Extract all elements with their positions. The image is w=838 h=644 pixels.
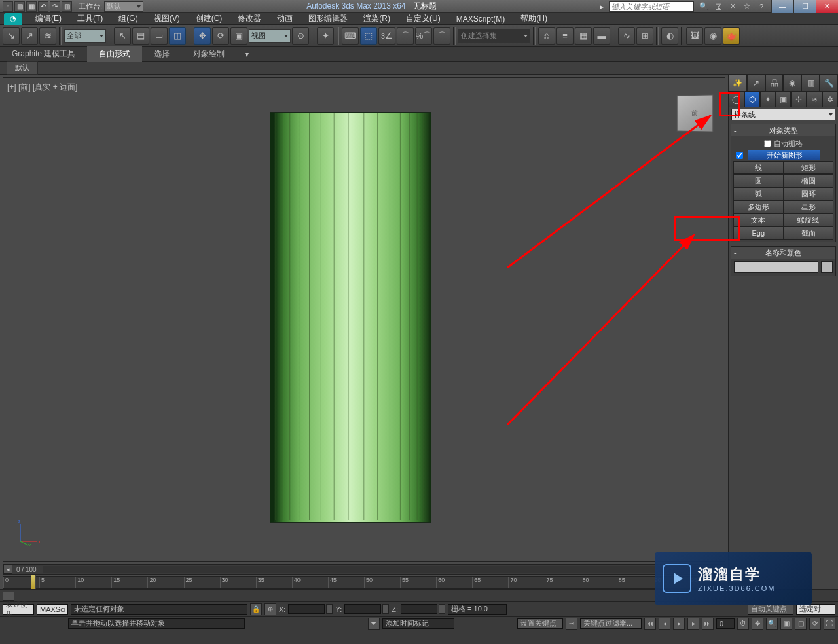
cat-shapes-icon[interactable]: ⬡: [744, 92, 760, 107]
cat-systems-icon[interactable]: ✲: [822, 92, 838, 107]
time-config-icon[interactable]: ⏱: [737, 618, 749, 630]
tab-hierarchy-icon[interactable]: 品: [765, 75, 784, 92]
scale-icon[interactable]: ▣: [230, 27, 247, 45]
ribbon-tab-graphite[interactable]: Graphite 建模工具: [0, 46, 87, 62]
shape-btn-rectangle[interactable]: 矩形: [784, 161, 834, 174]
absolute-relative-icon[interactable]: ⊕: [264, 603, 276, 615]
tab-create-icon[interactable]: ✨: [729, 75, 747, 92]
goto-start-icon[interactable]: ⏮: [644, 618, 656, 630]
play-icon[interactable]: ▸: [673, 618, 685, 630]
menu-group[interactable]: 组(G): [111, 12, 145, 26]
shape-btn-egg[interactable]: Egg: [733, 226, 784, 240]
scroll-left-icon[interactable]: ◂: [3, 565, 12, 574]
shape-btn-donut[interactable]: 圆环: [784, 187, 834, 200]
key-filters-button[interactable]: 关键点过滤器...: [580, 618, 642, 629]
viewport-label[interactable]: [+] [前] [真实 + 边面]: [7, 82, 77, 93]
shape-btn-section[interactable]: 截面: [784, 226, 834, 240]
angle-snap-icon[interactable]: 3∠: [378, 27, 395, 45]
maximize-button[interactable]: ☐: [793, 0, 816, 13]
auto-key-button[interactable]: 自动关键点: [748, 604, 793, 615]
minimize-button[interactable]: —: [771, 0, 793, 13]
redo-icon[interactable]: ↷: [50, 1, 60, 12]
keyboard-shortcut-icon[interactable]: ⌨: [342, 27, 359, 45]
y-spinner[interactable]: [344, 604, 381, 614]
exchange-icon[interactable]: ✕: [727, 1, 738, 12]
schematic-view-icon[interactable]: ⊞: [636, 27, 653, 45]
rotate-icon[interactable]: ⟳: [212, 27, 229, 45]
ribbon-toggle-icon[interactable]: ▬: [593, 27, 610, 45]
menu-edit[interactable]: 编辑(E): [27, 12, 69, 26]
viewport-front[interactable]: [+] [前] [真实 + 边面] 前 x z y: [3, 77, 725, 562]
undo-icon[interactable]: ↶: [38, 1, 48, 12]
ribbon-tab-freeform[interactable]: 自由形式: [87, 46, 142, 62]
menu-help[interactable]: 帮助(H): [513, 12, 555, 26]
help-arrow-icon[interactable]: ▸: [600, 2, 609, 11]
z-spinner-buttons[interactable]: [439, 604, 445, 614]
menu-tools[interactable]: 工具(T): [69, 12, 111, 26]
shape-btn-helix[interactable]: 螺旋线: [784, 213, 834, 226]
next-frame-icon[interactable]: ▸: [687, 618, 699, 630]
nav-zoom-region-icon[interactable]: ◰: [795, 618, 807, 630]
nav-pan-icon[interactable]: ✥: [752, 618, 763, 630]
nav-maximize-icon[interactable]: ⛶: [824, 618, 835, 630]
ribbon-tab-objectpaint[interactable]: 对象绘制: [181, 46, 236, 62]
shape-btn-star[interactable]: 星形: [784, 200, 834, 213]
cat-spacewarps-icon[interactable]: ≋: [807, 92, 822, 107]
tab-modify-icon[interactable]: ↗: [747, 75, 765, 92]
menu-customize[interactable]: 自定义(U): [398, 12, 448, 26]
menu-grapheditors[interactable]: 图形编辑器: [301, 12, 355, 26]
lock-selection-icon[interactable]: 🔒: [250, 603, 262, 615]
tab-motion-icon[interactable]: ◉: [783, 75, 801, 92]
scene-object-cylinder[interactable]: [270, 112, 431, 523]
maxscript-btn[interactable]: MAXSci: [37, 604, 68, 615]
menu-maxscript[interactable]: MAXScript(M): [448, 13, 513, 25]
pivot-center-icon[interactable]: ⊙: [292, 27, 309, 45]
link-icon[interactable]: ↘: [3, 27, 20, 45]
add-time-tag[interactable]: 添加时间标记: [382, 618, 454, 629]
time-tag-icon[interactable]: ⏷: [368, 618, 380, 630]
timeline-ruler[interactable]: 0510152025303540455055606570758085909510…: [3, 576, 725, 589]
z-spinner[interactable]: [401, 604, 437, 614]
object-name-input[interactable]: [734, 261, 818, 273]
ribbon-subtab-default[interactable]: 默认: [7, 61, 38, 75]
x-spinner[interactable]: [288, 604, 325, 614]
layer-manager-icon[interactable]: ▦: [575, 27, 592, 45]
select-region-rect-icon[interactable]: ▭: [151, 27, 168, 45]
curve-editor-icon[interactable]: ∿: [618, 27, 635, 45]
project-icon[interactable]: ▥: [62, 1, 72, 12]
goto-end-icon[interactable]: ⏭: [702, 618, 714, 630]
subcategory-combo[interactable]: 样条线: [731, 109, 835, 120]
spinner-snap-icon[interactable]: %⌒: [415, 27, 432, 45]
named-selection-combo[interactable]: 创建选择集: [458, 29, 530, 43]
nav-zoom-extents-icon[interactable]: ▣: [780, 618, 792, 630]
cat-cameras-icon[interactable]: ▣: [776, 92, 792, 107]
welcome-btn[interactable]: 欢迎使用: [3, 604, 34, 615]
set-key-button[interactable]: 设置关键点: [517, 618, 563, 629]
viewcube[interactable]: 前: [677, 94, 713, 132]
render-setup-icon[interactable]: 🖼: [686, 27, 703, 45]
autogrid-checkbox[interactable]: [764, 140, 771, 147]
rollout-header-objtype[interactable]: -对象类型: [731, 124, 835, 136]
shape-btn-line[interactable]: 线: [733, 161, 784, 174]
y-spinner-buttons[interactable]: [382, 604, 389, 614]
shape-btn-text[interactable]: 文本: [733, 213, 784, 226]
select-object-icon[interactable]: ↖: [114, 27, 131, 45]
bind-spacewarp-icon[interactable]: ≋: [39, 27, 56, 45]
current-frame[interactable]: 0: [716, 618, 735, 629]
search-input[interactable]: [609, 1, 694, 12]
selection-filter-combo[interactable]: 全部: [64, 29, 106, 43]
nav-orbit-icon[interactable]: ⟳: [809, 618, 821, 630]
align-icon[interactable]: ≡: [556, 27, 574, 45]
window-crossing-icon[interactable]: ◫: [169, 27, 186, 45]
time-slider-track[interactable]: ◂ 0 / 100 ▸: [3, 564, 725, 575]
mirror-icon[interactable]: ⎌: [538, 27, 555, 45]
close-button[interactable]: ✕: [816, 0, 838, 13]
menu-view[interactable]: 视图(V): [146, 12, 188, 26]
select-manipulate-icon[interactable]: ✦: [317, 27, 334, 45]
shape-btn-circle[interactable]: 圆: [733, 174, 784, 187]
startnew-checkbox[interactable]: [736, 152, 743, 159]
nav-zoom-icon[interactable]: 🔍: [766, 618, 778, 630]
new-icon[interactable]: ▫: [3, 1, 13, 12]
help-icon[interactable]: ?: [756, 1, 767, 12]
x-spinner-buttons[interactable]: [326, 604, 333, 614]
